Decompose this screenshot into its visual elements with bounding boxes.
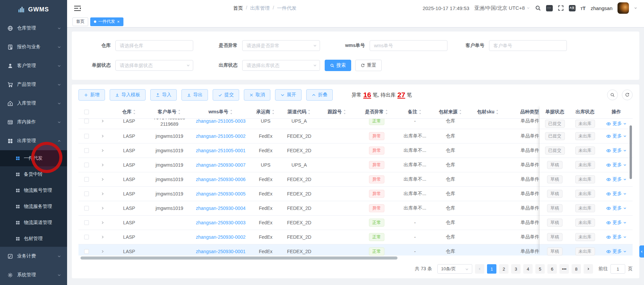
next-page-button[interactable] [584,264,593,274]
wms-no-link[interactable]: zhangsan-250930-0007 [196,162,246,168]
row-checkbox[interactable] [84,119,89,123]
wms-no-input[interactable] [370,40,447,51]
sort-icon[interactable] [495,109,499,115]
toolbar-button-5[interactable]: 取消 [244,89,270,101]
sidebar-subitem-4[interactable]: 物流渠道管理 [0,215,67,231]
sort-icon[interactable] [132,109,136,115]
sidebar-item-5[interactable]: 库内操作 [0,113,67,131]
prev-page-button[interactable] [475,264,484,274]
out-status-select[interactable] [242,60,320,71]
row-checkbox[interactable] [84,134,89,138]
page-button-6[interactable]: 6 [547,264,557,274]
more-actions-link[interactable]: 更多 [606,234,627,240]
more-actions-link[interactable]: 更多 [606,205,627,211]
row-checkbox[interactable] [84,191,89,196]
toolbar-button-3[interactable]: 导出 [181,89,208,101]
fullscreen-icon[interactable] [558,5,564,11]
sidebar-item-7[interactable]: 业务计费 [0,247,67,266]
more-actions-link[interactable]: 更多 [606,248,627,254]
user-menu-chevron-icon[interactable] [634,6,637,10]
more-actions-link[interactable]: 更多 [606,191,627,197]
column-header[interactable]: 包材来源 [433,105,468,118]
toolbar-button-1[interactable]: 导入模板 [110,89,146,101]
table-refresh-button[interactable] [622,90,633,100]
sidebar-item-4[interactable]: 入库管理 [0,94,67,113]
page-button-8[interactable]: 8 [572,264,581,274]
column-header[interactable]: 仓库 [111,105,148,118]
row-checkbox[interactable] [84,163,89,167]
sidebar-item-0[interactable]: 仓库管理 [0,19,67,38]
sidebar-subitem-5[interactable]: 包材管理 [0,231,67,247]
sort-icon[interactable] [307,109,311,115]
page-button-2[interactable]: 2 [499,264,508,274]
message-icon[interactable]: ··· [546,5,553,11]
table-search-button[interactable] [607,90,618,100]
sidebar-item-8[interactable]: 系统管理 [0,266,67,284]
more-actions-link[interactable]: 更多 [606,220,627,226]
sidebar-subitem-1[interactable]: 备货中转 [0,166,67,182]
translate-icon[interactable]: A文 [569,5,576,11]
search-button[interactable]: 搜索 [325,60,351,71]
column-header[interactable]: wms单号 [191,105,250,118]
wms-no-link[interactable]: zhangsan-250930-0003 [196,220,246,225]
horizontal-scrollbar[interactable] [80,256,397,260]
expand-row-icon[interactable] [101,206,105,210]
column-header[interactable]: 承运商 [250,105,281,118]
sidebar-item-2[interactable]: 客户管理 [0,56,67,75]
sidebar-subitem-3[interactable]: 物流服务管理 [0,198,67,215]
sort-icon[interactable] [385,109,388,115]
expand-row-icon[interactable] [101,163,105,167]
expand-row-icon[interactable] [101,249,105,253]
more-actions-link[interactable]: 更多 [606,176,627,182]
column-header[interactable]: 是否异常 [357,105,396,118]
sort-icon[interactable] [418,109,422,115]
column-header[interactable]: 跟踪号 [317,105,357,118]
tab-home[interactable]: 首页 [72,17,88,26]
column-header[interactable]: 备注 [396,105,433,118]
column-header[interactable]: 客户单号 [148,105,191,118]
toolbar-button-7[interactable]: 折叠 [306,89,333,101]
wms-no-link[interactable]: zhangsan-250930-0001 [196,249,246,254]
font-size-icon[interactable]: TT [581,6,586,11]
row-checkbox[interactable] [84,177,89,182]
toolbar-button-0[interactable]: 新增 [78,89,105,101]
sidebar-item-6[interactable]: 出库管理 [0,131,67,150]
more-actions-link[interactable]: 更多 [606,133,627,139]
reset-button[interactable]: 重置 [355,60,382,71]
username[interactable]: zhangsan [591,5,612,11]
warehouse-select[interactable] [115,40,193,51]
column-header[interactable]: 渠道代码 [281,105,317,118]
expand-row-icon[interactable] [101,134,105,138]
expand-row-icon[interactable] [101,119,105,123]
wms-no-link[interactable]: zhangsan-251005-0002 [196,133,246,139]
more-actions-link[interactable]: 更多 [606,121,627,127]
sort-icon[interactable] [229,109,233,115]
breadcrumb-level-1[interactable]: 出库管理 [250,5,270,11]
toolbar-button-2[interactable]: 导入 [150,89,177,101]
page-button-1[interactable]: 1 [487,264,496,274]
row-checkbox[interactable] [84,206,89,211]
tab-yijiandaifa[interactable]: 一件代发 × [90,17,123,26]
select-all-checkbox[interactable] [84,110,89,114]
expand-row-icon[interactable] [101,235,105,239]
close-tab-icon[interactable]: × [117,19,120,24]
wms-no-link[interactable]: zhangsan-251005-0001 [196,148,246,153]
toolbar-button-6[interactable]: 展开 [275,89,302,101]
sidebar-item-3[interactable]: 产品管理 [0,75,67,94]
search-icon[interactable] [535,5,541,11]
sort-icon[interactable] [177,109,181,115]
row-checkbox[interactable] [84,148,89,153]
wms-no-link[interactable]: zhangsan-250930-0006 [196,177,246,182]
wms-no-link[interactable]: zhangsan-250930-0004 [196,206,246,211]
customer-no-input[interactable] [489,40,567,51]
doc-status-select[interactable] [115,60,193,71]
sort-icon[interactable] [343,109,346,115]
avatar[interactable] [618,2,629,14]
expand-row-icon[interactable] [101,149,105,153]
collapse-panel-handle[interactable] [639,245,644,258]
sort-icon[interactable] [271,109,275,115]
row-checkbox[interactable] [84,220,89,225]
more-actions-link[interactable]: 更多 [606,148,627,154]
goto-page-input[interactable] [610,264,625,274]
sidebar-subitem-0[interactable]: 一件代发 [0,150,67,166]
